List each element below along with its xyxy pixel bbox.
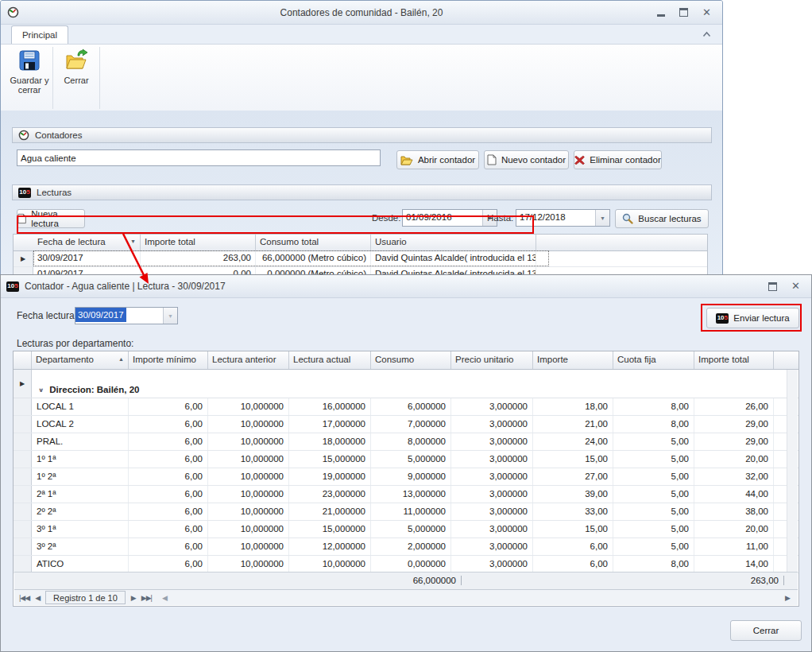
table-cell[interactable]: 26,00 [694,398,774,415]
table-cell[interactable]: 5,00 [613,451,694,468]
table-cell[interactable]: 5,00 [613,503,694,520]
hscroll-left-icon[interactable]: ◀ [160,594,168,602]
table-cell[interactable]: 20,00 [694,451,774,468]
abrir-contador-button[interactable]: Abrir contador [396,150,479,169]
table-cell[interactable]: 29,00 [694,433,774,450]
table-cell[interactable]: 3,000000 [451,398,533,415]
prev-record-icon[interactable]: ◀ [33,594,41,602]
table-cell[interactable]: 10,000000 [208,398,289,415]
table-cell[interactable]: 3º 2ª [32,538,129,555]
table-cell[interactable]: 6,00 [533,556,613,572]
column-header[interactable]: Importe mínimo [129,351,208,369]
table-cell[interactable]: 38,00 [694,503,774,520]
table-cell[interactable]: 3,000000 [451,486,533,503]
first-record-icon[interactable]: |◀◀ [17,594,31,602]
table-cell[interactable]: 6,00 [129,503,208,520]
table-cell[interactable]: 30/09/2017 [33,251,141,266]
table-row[interactable]: 3º 2ª6,0010,00000012,0000002,0000003,000… [14,538,798,556]
table-cell[interactable]: 5,000000 [371,521,451,538]
table-cell[interactable]: 8,00 [613,398,694,415]
table-row[interactable]: 1º 1ª6,0010,00000015,0000005,0000003,000… [14,451,798,468]
table-cell[interactable]: 39,00 [533,486,613,503]
table-cell[interactable]: 3,000000 [451,451,533,468]
table-cell[interactable]: 19,000000 [289,468,371,485]
table-cell[interactable]: 6,00 [129,398,208,415]
table-cell[interactable]: 15,000000 [289,521,371,538]
table-cell[interactable]: 6,00 [129,538,208,555]
column-header[interactable]: Importe total [141,235,256,250]
table-row[interactable]: PRAL.6,0010,00000018,0000008,0000003,000… [14,433,798,451]
column-header[interactable]: Precio unitario [451,351,533,369]
desde-date-combo[interactable]: 01/09/2016 ▼ [402,209,497,227]
collapse-chevron-icon[interactable]: ∨ [38,387,44,394]
table-cell[interactable]: 12,000000 [289,538,371,555]
table-cell[interactable]: LOCAL 1 [32,398,129,415]
table-cell[interactable]: 15,00 [533,521,613,538]
table-cell[interactable]: 8,00 [613,556,694,572]
maximize-icon[interactable] [679,8,688,17]
table-cell[interactable]: 10,000000 [208,416,289,433]
table-cell[interactable]: 14,00 [694,556,774,572]
table-cell[interactable]: 16,000000 [289,398,371,415]
table-cell[interactable]: 10,000000 [208,468,289,485]
table-row[interactable]: LOCAL 26,0010,00000017,0000007,0000003,0… [14,416,798,433]
table-cell[interactable]: 6,00 [129,556,208,572]
table-cell[interactable]: 20,00 [694,521,774,538]
table-cell[interactable]: 1º 2ª [32,468,129,485]
table-cell[interactable]: 2ª 1ª [32,486,129,503]
table-cell[interactable]: 10,000000 [208,556,289,572]
table-cell[interactable]: 33,00 [533,503,613,520]
table-cell[interactable]: 3,000000 [451,556,533,572]
hasta-date-combo[interactable]: 17/12/2018 ▼ [516,209,610,227]
table-cell[interactable]: 13,000000 [371,486,451,503]
minimize-icon[interactable] [657,14,665,17]
eliminar-contador-button[interactable]: Eliminar contador [574,150,662,169]
table-cell[interactable]: 6,00 [129,521,208,538]
column-header[interactable]: Cuota fija [613,351,694,369]
table-cell[interactable]: 10,000000 [208,538,289,555]
last-record-icon[interactable]: ▶▶| [140,594,153,602]
table-row[interactable]: 1º 2ª6,0010,00000019,0000009,0000003,000… [14,468,798,486]
tab-principal[interactable]: Principal [11,25,68,44]
close-icon[interactable]: ✕ [702,9,711,17]
table-row[interactable]: ▶30/09/2017263,0066,000000 (Metro cúbico… [14,251,707,267]
table-cell[interactable]: 18,00 [533,398,613,415]
table-cell[interactable]: 6,00 [129,451,208,468]
hscroll-right-icon[interactable]: ▶ [783,594,791,602]
table-cell[interactable]: 3,000000 [451,416,533,433]
table-cell[interactable]: 11,000000 [371,503,451,520]
table-cell[interactable]: 3º 1ª [32,521,129,538]
column-header[interactable]: Lectura actual [289,351,371,369]
table-cell[interactable]: 5,000000 [371,451,451,468]
table-cell[interactable]: 3,000000 [451,503,533,520]
table-cell[interactable]: 10,000000 [208,521,289,538]
table-cell[interactable]: David Quintas Alcalde( introducida el 13… [371,251,536,266]
column-header[interactable]: Consumo [371,351,451,369]
table-cell[interactable]: PRAL. [32,433,129,450]
table-cell[interactable]: 6,000000 [371,398,451,415]
table-cell[interactable]: LOCAL 2 [32,416,129,433]
close-icon[interactable]: ✕ [791,282,800,290]
table-cell[interactable]: 10,000000 [289,556,371,572]
column-header[interactable]: Usuario [371,235,536,250]
table-cell[interactable]: 6,00 [533,538,613,555]
table-cell[interactable]: 1º 1ª [32,451,129,468]
table-cell[interactable]: 3,000000 [451,433,533,450]
fecha-lectura-combo[interactable]: 30/09/2017 ▼ [75,307,178,324]
column-header[interactable]: Consumo total [256,235,371,250]
table-cell[interactable]: 5,00 [613,538,694,555]
table-cell[interactable]: 6,00 [129,416,208,433]
nuevo-contador-button[interactable]: Nuevo contador [484,150,569,169]
table-cell[interactable]: 10,000000 [208,486,289,503]
table-cell[interactable]: 8,00 [613,416,694,433]
table-cell[interactable]: 5,00 [613,486,694,503]
table-cell[interactable]: 2,000000 [371,538,451,555]
column-header[interactable]: Lectura anterior [208,351,289,369]
table-cell[interactable]: 6,00 [129,433,208,450]
table-cell[interactable]: 5,00 [613,521,694,538]
table-cell[interactable]: 66,000000 (Metro cúbico) [256,251,371,266]
table-cell[interactable]: 32,00 [694,468,774,485]
table-cell[interactable]: 7,000000 [371,416,451,433]
table-cell[interactable]: 5,00 [613,433,694,450]
table-cell[interactable]: 15,000000 [289,451,371,468]
